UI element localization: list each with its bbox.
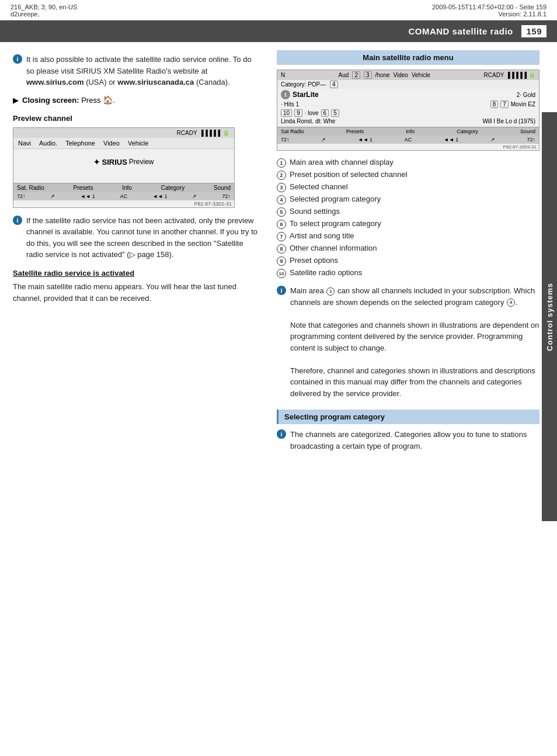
nav-audio: Audio. bbox=[39, 140, 57, 147]
ch-love: · love bbox=[305, 110, 319, 116]
list-text-9: Preset options bbox=[290, 256, 338, 265]
pv-6: ↗ bbox=[192, 193, 197, 199]
info-block-2: i If the satellite radio service has not… bbox=[13, 215, 258, 261]
ch-name-starlite: StarLite bbox=[293, 91, 319, 99]
sirius-link[interactable]: www.sirius.com bbox=[26, 78, 84, 86]
sv-7: 72↑ bbox=[527, 137, 535, 143]
pv-4: AC bbox=[120, 193, 128, 199]
closing-screen-action: Press bbox=[81, 96, 103, 105]
list-item-3: 3 Selected channel bbox=[277, 182, 539, 192]
circle-4: 4 bbox=[277, 195, 286, 204]
list-text-8: Other channel information bbox=[290, 244, 377, 252]
meta-left-bottom: d2ureepe, bbox=[11, 11, 77, 18]
ch-num-10: 10 bbox=[281, 109, 292, 117]
ch-gold: 2· Gold bbox=[517, 92, 535, 98]
top-metadata-bar: 216_AKB; 3; 90, en-US d2ureepe, 2009-05-… bbox=[0, 0, 557, 20]
sirius-canada-link[interactable]: www.siriuscanada.ca bbox=[117, 78, 194, 86]
list-text-10: Satellite radio options bbox=[290, 268, 362, 277]
smenu-credit: P82.87-3303-31 bbox=[277, 144, 539, 150]
info-block-1: i It is also possible to activate the sa… bbox=[13, 54, 258, 88]
list-text-5: Sound settings bbox=[290, 207, 340, 216]
ch-movin: Movin EZ bbox=[511, 101, 535, 107]
sirius-logo: ✦ SIRIUS Preview bbox=[93, 158, 154, 167]
info-icon-right: i bbox=[277, 286, 286, 295]
circle-3: 3 bbox=[277, 183, 286, 192]
pv-2: ↗ bbox=[50, 193, 55, 199]
pb-presets: Presets bbox=[74, 185, 93, 191]
list-text-7: Artist and song title bbox=[290, 231, 354, 240]
circle-8: 8 bbox=[277, 244, 286, 254]
header-bar: COMAND satellite radio 159 bbox=[0, 20, 557, 42]
list-item-1: 1 Main area with channel display bbox=[277, 158, 539, 168]
info-text-2: If the satellite radio service has not b… bbox=[26, 215, 258, 261]
sv-5: ◄◄ 1 bbox=[444, 137, 458, 143]
smenu-top-row: N Aud 2 3 /hone Video Vehicle RCADY ▐▐▐▐… bbox=[277, 70, 539, 80]
smenu-nav-items: Aud 2 3 /hone Video Vehicle bbox=[339, 71, 431, 79]
nav-telephone: Telephone bbox=[65, 140, 95, 147]
meta-right-bottom: Version: 2.11.8.1 bbox=[432, 11, 546, 18]
smenu-category: Category bbox=[457, 129, 478, 134]
ch-num-8: 8 bbox=[490, 100, 499, 108]
preview-text: Preview bbox=[129, 158, 154, 166]
info-icon-1: i bbox=[13, 54, 22, 64]
smenu-channels: 1 StarLite 2· Gold · Hits 1 8 7 Movin EZ… bbox=[277, 89, 539, 127]
sirius-star: ✦ bbox=[93, 158, 100, 167]
list-item-9: 9 Preset options bbox=[277, 256, 539, 266]
sv-2: ↗ bbox=[321, 137, 326, 143]
smenu-info: Info bbox=[406, 129, 415, 134]
smenu-n: N bbox=[281, 72, 285, 78]
list-item-2: 2 Preset position of selected channel bbox=[277, 170, 539, 180]
ch-artist: Linda Ronst. dt: Whe bbox=[281, 118, 335, 124]
sv-4: AC bbox=[405, 137, 412, 143]
list-item-4: 4 Selected program category bbox=[277, 195, 539, 204]
sv-1: 72↑ bbox=[281, 137, 290, 143]
circle-1: 1 bbox=[277, 158, 286, 168]
service-activated-text: The main satellite radio menu appears. Y… bbox=[13, 281, 258, 304]
nav-button-icon: 🏠 bbox=[103, 95, 113, 105]
smenu-status: RCADY ▐▐▐▐▐ 🔋 bbox=[484, 72, 535, 78]
main-menu-heading: Main satellite radio menu bbox=[277, 50, 539, 65]
service-activated-heading: Satellite radio service is activated bbox=[13, 269, 258, 278]
circle-10: 10 bbox=[277, 269, 286, 278]
nav-vehicle: Vehicle bbox=[128, 140, 148, 147]
sv-3: ◄◄ 1 bbox=[358, 137, 373, 143]
preview-spacer bbox=[13, 171, 234, 183]
header-title: COMAND satellite radio bbox=[408, 26, 513, 36]
smenu-ch-row-4: Linda Ronst. dt: Whe Will I Be Lo d (197… bbox=[281, 118, 535, 124]
side-label-text: Control systems bbox=[545, 283, 554, 351]
page-number: 159 bbox=[521, 25, 546, 37]
ch-num-5: 5 bbox=[331, 109, 339, 117]
pv-1: 72↑ bbox=[17, 193, 26, 199]
list-item-6: 6 To select program category bbox=[277, 219, 539, 229]
selecting-info-text: The channels are categorized. Categories… bbox=[290, 429, 539, 452]
sirius-text: SIRIUS bbox=[102, 158, 127, 167]
ch-num-1: 1 bbox=[281, 90, 290, 99]
pb-info: Info bbox=[122, 185, 132, 191]
info-icon-2: i bbox=[13, 216, 22, 225]
circle-5: 5 bbox=[277, 207, 286, 217]
smenu-presets: Presets bbox=[346, 129, 364, 134]
list-text-4: Selected program category bbox=[290, 195, 381, 203]
smenu-ch-row-1: 1 StarLite 2· Gold bbox=[281, 90, 535, 99]
pv-7: 72↑ bbox=[222, 193, 231, 199]
sv-6: ↗ bbox=[490, 137, 495, 143]
pb-category: Category bbox=[161, 185, 185, 191]
info-note-para3: Therefore, channel and categories shown … bbox=[290, 366, 535, 398]
info-block-right: i Main area 1 can show all channels incl… bbox=[277, 285, 539, 399]
info-text-1-main: It is also possible to activate the sate… bbox=[26, 55, 252, 75]
nav-video: Video bbox=[103, 140, 120, 147]
left-column: i It is also possible to activate the sa… bbox=[0, 42, 269, 467]
preview-top-row: RCADY ▐▐▐▐▐ 🔋 bbox=[13, 128, 234, 138]
smenu-bottom-bar: Sat Radio Presets Info Category Sound bbox=[277, 127, 539, 136]
circle-2: 2 bbox=[277, 171, 286, 180]
ch-hits: · Hits 1 bbox=[281, 101, 299, 107]
preview-bottom-bar: Sat. Radio Presets Info Category Sound bbox=[13, 183, 234, 192]
meta-left-top: 216_AKB; 3; 90, en-US bbox=[11, 4, 77, 11]
ch-num-7: 7 bbox=[500, 100, 509, 108]
ch-num-6: 6 bbox=[321, 109, 329, 117]
circle-6: 6 bbox=[277, 220, 286, 229]
preview-center: ✦ SIRIUS Preview bbox=[13, 149, 234, 171]
selecting-program-section: Selecting program category i The channel… bbox=[277, 410, 539, 452]
inline-circle-4: 4 bbox=[507, 299, 515, 307]
info-note-text: Main area 1 can show all channels includ… bbox=[290, 285, 539, 399]
